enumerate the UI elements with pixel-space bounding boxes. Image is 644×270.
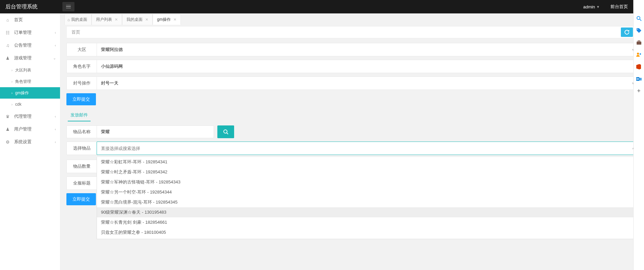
home-icon: ⌂ [67, 17, 70, 22]
tab-label: 用户列表 [96, 17, 112, 22]
svg-rect-7 [636, 77, 639, 81]
dropdown-item[interactable]: 荣耀☆长青光剑 剑豪 - 182854661 [97, 217, 638, 227]
dropdown-item[interactable]: 90级荣耀深渊☆春天 - 130195483 [97, 207, 638, 217]
svg-rect-4 [638, 41, 640, 42]
sidebar-item-label: 首页 [14, 17, 23, 23]
select-item-field[interactable]: ▾ [97, 142, 638, 155]
chevron-right-icon: › [11, 68, 12, 72]
sidebar-item-agent[interactable]: ♛ 代理管理 ‹ [0, 110, 60, 123]
hamburger-icon [66, 5, 71, 8]
chevron-right-icon: › [11, 103, 12, 106]
ban-value[interactable] [101, 81, 634, 86]
sidebar-toggle[interactable] [62, 2, 74, 11]
close-icon[interactable]: ✕ [145, 17, 148, 22]
brand-title: 后台管理系统 [0, 3, 60, 10]
region-row: 大区 ▾ [66, 43, 638, 56]
tab-desktop-2[interactable]: 我的桌面 ✕ [122, 14, 153, 25]
sidebar-sub-cdk[interactable]: › cdk [0, 99, 60, 110]
close-icon[interactable]: ✕ [173, 17, 176, 22]
users-icon: ♟ [5, 127, 11, 132]
submit-button-2[interactable]: 立即提交 [66, 193, 96, 205]
caret-down-icon: ▼ [596, 5, 600, 9]
breadcrumb-text: 首页 [71, 29, 621, 35]
svg-point-2 [637, 29, 638, 30]
dropdown-item[interactable]: 荣耀☆黑白境界-混沌-耳环 - 192854345 [97, 197, 638, 207]
breadcrumb: 首页 [66, 26, 638, 38]
sidebar-item-label: 公告管理 [14, 42, 32, 48]
front-homepage-link[interactable]: 前台首页 [605, 4, 633, 10]
role-row: 角色名字 [66, 60, 638, 73]
chevron-right-icon: › [11, 91, 12, 95]
role-input-wrap [97, 60, 638, 73]
home-icon: ⌂ [5, 17, 11, 22]
gear-icon: ⚙ [5, 140, 11, 145]
tab-user-list[interactable]: 用户列表 ✕ [92, 14, 122, 25]
chevron-down-icon: ⌄ [53, 56, 56, 60]
role-input[interactable] [101, 64, 634, 69]
chevron-left-icon: ‹ [55, 140, 56, 144]
rb-tag-icon[interactable] [636, 28, 642, 34]
rb-office-icon[interactable] [636, 64, 642, 70]
search-icon [223, 129, 228, 134]
close-icon[interactable]: ✕ [115, 17, 118, 22]
item-search-button[interactable] [217, 125, 234, 138]
doc-icon: ☷ [5, 30, 11, 35]
submit-button-1[interactable]: 立即提交 [66, 93, 96, 105]
tab-label: 我的桌面 [126, 17, 143, 22]
agent-icon: ♛ [5, 114, 11, 119]
item-dropdown[interactable]: 荣耀☆彩虹耳环-耳环 - 192854341荣耀☆时之矛盾-耳环 - 19285… [97, 157, 638, 239]
rb-briefcase-icon[interactable] [636, 40, 642, 46]
tab-gm-op[interactable]: gm操作 ✕ [153, 14, 181, 25]
region-value[interactable] [101, 47, 634, 52]
rb-outlook-icon[interactable] [636, 76, 642, 82]
item-name-wrap [97, 126, 214, 138]
mail-section-label[interactable]: 发放邮件 [68, 112, 91, 121]
rb-people-icon[interactable] [636, 52, 642, 58]
sidebar-sub-label: 角色管理 [15, 79, 31, 85]
tab-desktop-home[interactable]: ⌂ 我的桌面 [64, 14, 92, 25]
rb-search-icon[interactable] [636, 15, 642, 21]
dropdown-item[interactable]: 荣耀☆军神的古怪项链-耳环 - 192854343 [97, 177, 638, 187]
sidebar-sub-gm-op[interactable]: › gm操作 [0, 87, 60, 99]
svg-point-5 [637, 53, 639, 55]
chevron-left-icon: ‹ [55, 127, 56, 131]
user-menu[interactable]: admin ▼ [578, 4, 605, 9]
rb-plus-icon[interactable]: + [636, 88, 642, 94]
sidebar-item-settings[interactable]: ⚙ 系统设置 ‹ [0, 136, 60, 148]
sidebar-item-home[interactable]: ⌂ 首页 [0, 13, 60, 26]
dropdown-item[interactable]: 荣耀☆彩虹耳环-耳环 - 192854341 [97, 157, 638, 167]
refresh-button[interactable] [621, 28, 633, 37]
sidebar-item-label: 用户管理 [14, 126, 32, 132]
item-name-row: 物品名称 [66, 125, 214, 138]
user-name: admin [583, 4, 595, 9]
sidebar-item-users[interactable]: ♟ 用户管理 ‹ [0, 123, 60, 136]
sidebar-item-label: 游戏管理 [14, 55, 32, 61]
sidebar: ⌂ 首页 ☷ 订单管理 ‹ ♫ 公告管理 ‹ ♟ 游戏管理 ⌄ › 大区列表 [0, 13, 60, 270]
chevron-left-icon: ‹ [55, 114, 56, 118]
sidebar-item-announce[interactable]: ♫ 公告管理 ‹ [0, 39, 60, 52]
item-qty-label: 物品数量 [67, 160, 97, 173]
ban-row: 封号操作 ▾ [66, 76, 638, 90]
sidebar-item-game[interactable]: ♟ 游戏管理 ⌄ [0, 52, 60, 64]
sidebar-item-label: 系统设置 [14, 139, 32, 145]
ban-select[interactable]: ▾ [97, 77, 638, 90]
tab-label: gm操作 [157, 17, 171, 22]
dropdown-item[interactable]: 荣耀☆另一个时空-耳环 - 192854344 [97, 187, 638, 197]
sidebar-sub-role-mgmt[interactable]: › 角色管理 [0, 76, 60, 87]
sidebar-sub-label: gm操作 [15, 90, 29, 96]
dropdown-item[interactable]: 贝兹女王的荣耀之拳 - 180100405 [97, 227, 638, 237]
topbar: 后台管理系统 admin ▼ 前台首页 [0, 0, 644, 13]
sidebar-sub-zone-list[interactable]: › 大区列表 [0, 64, 60, 76]
right-toolbar: + [633, 0, 644, 270]
region-select[interactable]: ▾ [97, 43, 638, 56]
ban-label: 封号操作 [67, 77, 97, 90]
game-icon: ♟ [5, 56, 11, 61]
mail-section-tab: 发放邮件 [66, 109, 638, 122]
sidebar-sub-label: cdk [15, 102, 21, 107]
tabbar: ⌂ 我的桌面 用户列表 ✕ 我的桌面 ✕ gm操作 ✕ [60, 13, 644, 25]
dropdown-item[interactable]: 荣耀☆时之矛盾-耳环 - 192854342 [97, 167, 638, 177]
svg-point-0 [224, 130, 227, 133]
select-item-input[interactable] [101, 146, 634, 151]
item-name-input[interactable] [101, 129, 210, 134]
sidebar-item-orders[interactable]: ☷ 订单管理 ‹ [0, 26, 60, 39]
